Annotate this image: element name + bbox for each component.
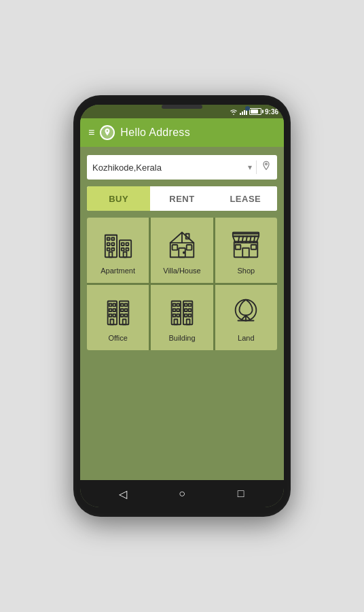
svg-rect-64 [174, 320, 177, 325]
svg-rect-55 [177, 309, 179, 311]
battery-icon [249, 108, 261, 115]
signal-icon [240, 108, 247, 115]
svg-rect-8 [111, 248, 114, 251]
svg-rect-60 [185, 309, 187, 311]
menu-icon[interactable]: ≡ [88, 126, 94, 139]
svg-rect-57 [177, 314, 179, 317]
building-label: Building [168, 334, 195, 342]
svg-rect-14 [123, 252, 126, 258]
app-logo [100, 125, 115, 140]
svg-rect-30 [236, 245, 241, 250]
dropdown-arrow-icon[interactable]: ▾ [248, 163, 252, 172]
phone-device: 9:36 ≡ Hello Address ▾ [73, 95, 291, 517]
villa-label: Villa/House [163, 267, 200, 275]
svg-rect-59 [189, 304, 192, 307]
status-icons: 9:36 [230, 108, 278, 116]
property-building[interactable]: Building [151, 285, 213, 350]
svg-rect-52 [173, 304, 176, 307]
svg-rect-58 [185, 304, 187, 307]
svg-rect-44 [120, 309, 123, 311]
villa-icon [165, 227, 199, 261]
svg-rect-54 [173, 309, 176, 311]
svg-rect-13 [126, 248, 128, 251]
svg-rect-45 [124, 309, 127, 311]
svg-rect-63 [189, 314, 192, 317]
apartment-icon [101, 227, 135, 261]
svg-rect-3 [107, 237, 109, 240]
office-icon [101, 294, 135, 328]
svg-rect-48 [110, 320, 113, 325]
home-button[interactable]: ○ [172, 483, 192, 504]
location-bar: ▾ [87, 155, 277, 180]
tab-lease[interactable]: LEASE [214, 186, 277, 211]
logo-pin-icon [103, 129, 111, 137]
svg-rect-18 [172, 245, 178, 250]
location-input[interactable] [92, 163, 244, 173]
svg-rect-62 [185, 314, 187, 317]
svg-point-21 [183, 252, 185, 254]
svg-rect-61 [189, 309, 192, 311]
svg-rect-7 [107, 248, 109, 251]
app-title: Hello Address [120, 126, 190, 139]
property-office[interactable]: Office [87, 285, 149, 350]
svg-rect-49 [122, 320, 126, 325]
svg-rect-6 [111, 243, 114, 245]
phone-screen: 9:36 ≡ Hello Address ▾ [80, 105, 284, 507]
svg-rect-47 [124, 314, 127, 317]
shop-icon [229, 227, 263, 261]
property-apartment[interactable]: Apartment [87, 218, 149, 283]
property-shop[interactable]: Shop [215, 218, 277, 283]
content-area: ▾ BUY RENT LEASE [80, 147, 284, 480]
svg-rect-4 [111, 237, 114, 240]
svg-rect-11 [126, 243, 128, 245]
svg-rect-65 [187, 320, 190, 325]
svg-rect-56 [173, 314, 176, 317]
svg-rect-36 [109, 304, 111, 307]
svg-rect-46 [120, 314, 123, 317]
wifi-icon [230, 108, 238, 115]
svg-rect-31 [251, 245, 257, 250]
svg-rect-5 [107, 243, 109, 245]
property-land[interactable]: Land [215, 285, 277, 350]
svg-rect-53 [177, 304, 179, 307]
svg-rect-41 [113, 314, 115, 317]
tab-bar: BUY RENT LEASE [87, 186, 277, 211]
property-grid: Apartment [87, 218, 277, 350]
tab-buy[interactable]: BUY [87, 186, 150, 211]
svg-rect-19 [187, 245, 192, 250]
recent-button[interactable]: □ [231, 483, 251, 504]
svg-rect-37 [113, 304, 115, 307]
status-time: 9:36 [265, 108, 278, 116]
svg-rect-40 [109, 314, 111, 317]
svg-rect-12 [121, 248, 124, 251]
svg-rect-42 [120, 304, 123, 307]
svg-rect-43 [124, 304, 127, 307]
office-label: Office [108, 334, 128, 342]
property-villa[interactable]: Villa/House [151, 218, 213, 283]
land-icon [229, 294, 263, 328]
back-button[interactable]: ◁ [113, 483, 133, 504]
svg-rect-39 [113, 309, 115, 311]
apartment-label: Apartment [101, 267, 135, 275]
bottom-nav: ◁ ○ □ [80, 480, 284, 507]
tab-rent[interactable]: RENT [150, 186, 213, 211]
app-header: ≡ Hello Address [80, 118, 284, 147]
svg-rect-38 [109, 309, 111, 311]
svg-rect-9 [109, 252, 112, 258]
svg-rect-29 [243, 248, 250, 257]
land-label: Land [238, 334, 254, 342]
status-bar: 9:36 [80, 105, 284, 118]
location-pin-icon[interactable] [261, 160, 272, 174]
building-icon [165, 294, 199, 328]
divider [256, 160, 257, 174]
svg-rect-10 [121, 243, 124, 245]
shop-label: Shop [237, 267, 255, 275]
